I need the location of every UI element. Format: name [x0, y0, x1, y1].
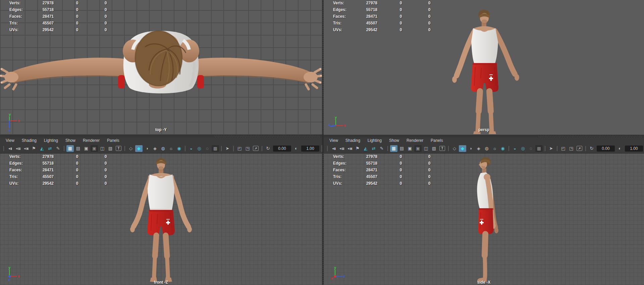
grid-icon[interactable]: ▦: [390, 145, 397, 152]
gate-mask-icon[interactable]: ▣: [91, 145, 98, 152]
viewport-persp[interactable]: Verts:2797800Edges:5571800Faces:2847100T…: [324, 0, 644, 135]
isolate-select-icon[interactable]: ◰: [559, 145, 567, 152]
menu-panels[interactable]: Panels: [103, 138, 123, 143]
shaded-icon[interactable]: ◆: [135, 145, 143, 152]
select-camera-icon[interactable]: ◄▮: [6, 145, 13, 152]
textured-cube-icon[interactable]: ◈: [151, 145, 159, 152]
viewport-top[interactable]: Verts:2797800Edges:5571800Faces:2847100T…: [0, 0, 322, 135]
lock-camera-icon[interactable]: ◄▦: [338, 145, 345, 152]
anti-alias-icon[interactable]: ▩: [212, 145, 219, 152]
pane-separator[interactable]: [0, 135, 322, 137]
color-management-toggle[interactable]: ON: [322, 145, 322, 152]
film-gate-icon[interactable]: ▤: [398, 145, 406, 152]
selection-highlight-icon[interactable]: ➤: [547, 145, 555, 152]
hud-value: 55718: [30, 7, 54, 12]
wireframe-on-shaded-icon[interactable]: ◍: [159, 145, 167, 152]
motion-blur-icon[interactable]: ◌: [204, 145, 211, 152]
menu-lighting[interactable]: Lighting: [364, 138, 385, 143]
resolution-gate-icon[interactable]: ▣: [406, 145, 414, 152]
anti-alias-icon[interactable]: ▩: [535, 145, 543, 152]
gamma-icon[interactable]: ◐: [292, 145, 300, 152]
all-lights-icon[interactable]: ◉: [499, 145, 506, 152]
field-chart-icon[interactable]: ◫: [422, 145, 430, 152]
ambient-occlusion-icon[interactable]: ◎: [196, 145, 203, 152]
viewport-label-front: front -Z: [154, 280, 168, 285]
safe-title-icon[interactable]: T: [439, 146, 445, 151]
menu-view[interactable]: View: [2, 138, 18, 143]
safe-action-icon[interactable]: ▧: [107, 145, 114, 152]
pane-separator[interactable]: [324, 135, 644, 137]
menu-panels[interactable]: Panels: [427, 138, 447, 143]
viewport-side[interactable]: Verts:2797800Edges:5571800Faces:2847100T…: [324, 154, 644, 285]
svg-text:z: z: [328, 122, 330, 126]
wireframe-icon[interactable]: ◇: [127, 145, 135, 152]
shadows-icon[interactable]: ◒: [187, 145, 195, 152]
pane-handle-dots[interactable]: [538, 136, 642, 137]
camera-attributes-icon[interactable]: ◄▣: [346, 145, 353, 152]
shaded-icon[interactable]: ◆: [459, 145, 466, 152]
menu-view[interactable]: View: [326, 138, 342, 143]
isolate-add-icon[interactable]: ◳: [244, 145, 251, 152]
hud-count-1: 0: [396, 14, 406, 19]
lock-camera-icon[interactable]: ◄▦: [14, 145, 21, 152]
isolate-select-icon[interactable]: ◰: [236, 145, 243, 152]
bookmark-icon[interactable]: ⚑: [30, 145, 38, 152]
menu-show[interactable]: Show: [62, 138, 79, 143]
pan-zoom-icon[interactable]: ⇄: [46, 145, 54, 152]
grease-pencil-icon[interactable]: ✎: [378, 145, 385, 152]
camera-attributes-icon[interactable]: ◄▣: [22, 145, 30, 152]
pan-zoom-icon[interactable]: ⇄: [370, 145, 377, 152]
image-plane-icon[interactable]: ◭: [362, 145, 369, 152]
ambient-occlusion-icon[interactable]: ◎: [519, 145, 527, 152]
toolbar-divider: [64, 146, 64, 151]
all-lights-icon[interactable]: ◉: [175, 145, 183, 152]
gamma-field[interactable]: 1.00: [625, 146, 643, 152]
isolate-add-icon[interactable]: ◳: [568, 145, 575, 152]
hud-label: Edges:: [9, 161, 23, 166]
motion-blur-icon[interactable]: ◌: [527, 145, 535, 152]
pane-handle-dots[interactable]: [215, 136, 320, 137]
menu-renderer[interactable]: Renderer: [403, 138, 427, 143]
textured-cube-icon[interactable]: ◈: [475, 145, 482, 152]
default-lighting-icon[interactable]: ☼: [491, 145, 498, 152]
wireframe-on-shaded-icon[interactable]: ◍: [483, 145, 490, 152]
gate-mask-icon[interactable]: ▣: [414, 145, 422, 152]
shadows-icon[interactable]: ◒: [511, 145, 519, 152]
snapshot-icon[interactable]: ↗: [577, 146, 582, 151]
menu-shading[interactable]: Shading: [342, 138, 364, 143]
select-camera-icon[interactable]: ◄▮: [330, 145, 337, 152]
svg-text:y: y: [9, 112, 11, 116]
snapshot-icon[interactable]: ↗: [253, 146, 259, 151]
axis-gizmo: y x z: [4, 266, 21, 282]
default-lighting-icon[interactable]: ☼: [167, 145, 175, 152]
safe-title-icon[interactable]: T: [116, 146, 121, 151]
gamma-icon[interactable]: ◐: [616, 145, 624, 152]
film-gate-icon[interactable]: ▤: [74, 145, 82, 152]
exposure-icon[interactable]: ↻: [588, 145, 595, 152]
safe-action-icon[interactable]: ▧: [430, 145, 438, 152]
hud-label: Faces:: [333, 14, 346, 19]
wireframe-icon[interactable]: ◇: [451, 145, 458, 152]
menu-show[interactable]: Show: [385, 138, 403, 143]
exposure-icon[interactable]: ↻: [264, 145, 272, 152]
bookmark-icon[interactable]: ⚑: [354, 145, 361, 152]
gamma-field[interactable]: 1.00: [301, 146, 319, 152]
hud-value: 27978: [353, 1, 377, 5]
hud-value: 27978: [30, 154, 54, 159]
hud-row: Tris:4550700: [0, 21, 121, 27]
resolution-gate-icon[interactable]: ▣: [83, 145, 90, 152]
grease-pencil-icon[interactable]: ✎: [54, 145, 62, 152]
selection-highlight-icon[interactable]: ➤: [224, 145, 231, 152]
viewport-front[interactable]: Verts:2797800Edges:5571800Faces:2847100T…: [0, 154, 322, 285]
menu-renderer[interactable]: Renderer: [79, 138, 103, 143]
exposure-field[interactable]: 0.00: [597, 146, 615, 152]
toolbar-divider: [585, 146, 586, 151]
grid-icon[interactable]: ▦: [66, 145, 74, 152]
field-chart-icon[interactable]: ◫: [99, 145, 106, 152]
textured-icon[interactable]: ◑: [143, 145, 151, 152]
textured-icon[interactable]: ◑: [467, 145, 474, 152]
menu-lighting[interactable]: Lighting: [40, 138, 62, 143]
exposure-field[interactable]: 0.00: [273, 146, 291, 152]
menu-shading[interactable]: Shading: [18, 138, 40, 143]
image-plane-icon[interactable]: ◭: [38, 145, 46, 152]
